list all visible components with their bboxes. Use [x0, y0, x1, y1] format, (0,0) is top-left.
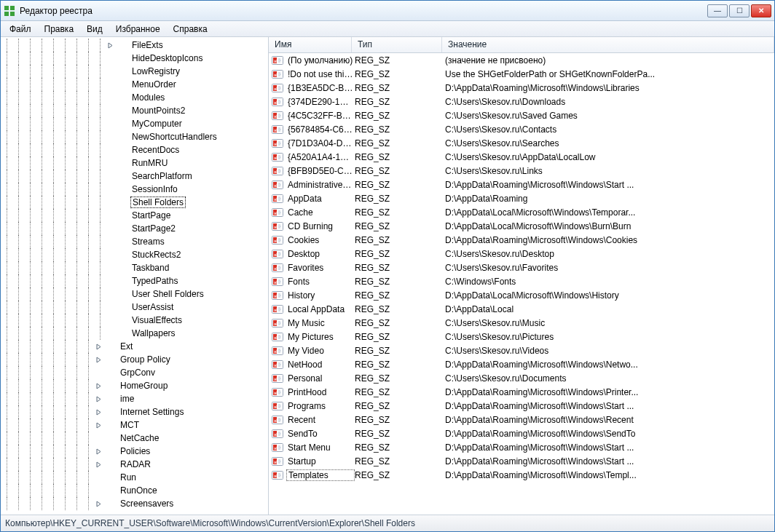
tree-item[interactable]: Ext	[1, 340, 268, 353]
tree-item[interactable]: MountPoints2	[1, 104, 268, 117]
value-type: REG_SZ	[355, 249, 445, 259]
tree-item[interactable]: HideDesktopIcons	[1, 52, 268, 65]
value-row[interactable]: FontsREG_SZC:\Windows\Fonts	[269, 274, 774, 288]
expand-toggle-icon[interactable]	[106, 41, 114, 49]
menu-favorites[interactable]: Избранное	[110, 23, 166, 36]
tree-item[interactable]: User Shell Folders	[1, 287, 268, 301]
column-type[interactable]: Тип	[352, 37, 442, 52]
value-row[interactable]: StartupREG_SZD:\AppData\Roaming\Microsof…	[269, 454, 774, 468]
tree-item[interactable]: StartPage	[1, 209, 268, 222]
tree-item[interactable]: TypedPaths	[1, 274, 268, 287]
expand-toggle-icon[interactable]	[94, 394, 103, 403]
expand-toggle-icon[interactable]	[94, 381, 103, 390]
value-row[interactable]: FavoritesREG_SZC:\Users\Skesov.ru\Favori…	[269, 261, 774, 274]
value-row[interactable]: My MusicREG_SZC:\Users\Skesov.ru\Music	[269, 316, 774, 330]
tree-item-label: UserAssist	[130, 302, 175, 312]
tree-item[interactable]: Screensavers	[1, 497, 268, 510]
tree-item[interactable]: RunMRU	[1, 156, 268, 170]
expand-toggle-icon[interactable]	[94, 342, 103, 351]
value-row[interactable]: ProgramsREG_SZD:\AppData\Roaming\Microso…	[269, 399, 774, 413]
value-row[interactable]: CookiesREG_SZD:\AppData\Roaming\Microsof…	[269, 233, 774, 247]
tree-item[interactable]: MCT	[1, 418, 268, 432]
tree-item[interactable]: ime	[1, 392, 268, 405]
value-row[interactable]: NetHoodREG_SZD:\AppData\Roaming\Microsof…	[269, 357, 774, 371]
menu-edit[interactable]: Правка	[39, 23, 80, 36]
expand-toggle-icon[interactable]	[94, 447, 103, 456]
tree-item[interactable]: MyComputer	[1, 117, 268, 130]
value-row[interactable]: (По умолчанию)REG_SZ(значение не присвое…	[269, 53, 774, 67]
value-list[interactable]: (По умолчанию)REG_SZ(значение не присвое…	[269, 53, 774, 515]
minimize-button[interactable]: —	[707, 4, 728, 17]
expand-toggle-icon[interactable]	[94, 408, 103, 416]
value-row[interactable]: {4C5C32FF-BB9...REG_SZC:\Users\Skesov.ru…	[269, 108, 774, 122]
value-row[interactable]: HistoryREG_SZD:\AppData\Local\Microsoft\…	[269, 288, 774, 302]
tree-item[interactable]: SearchPlatform	[1, 170, 268, 183]
tree-item[interactable]: Taskband	[1, 261, 268, 274]
menu-help[interactable]: Справка	[168, 23, 213, 36]
value-row[interactable]: PersonalREG_SZC:\Users\Skesov.ru\Documen…	[269, 371, 774, 385]
expand-toggle-icon[interactable]	[94, 421, 103, 429]
tree-item[interactable]: MenuOrder	[1, 78, 268, 91]
close-button[interactable]: ✕	[751, 4, 771, 17]
value-name: SendTo	[286, 429, 355, 439]
key-tree[interactable]: FileExtsHideDesktopIconsLowRegistryMenuO…	[1, 37, 269, 515]
value-row[interactable]: {7D1D3A04-DEB...REG_SZC:\Users\Skesov.ru…	[269, 136, 774, 150]
value-row[interactable]: Administrative T...REG_SZD:\AppData\Roam…	[269, 178, 774, 191]
value-row[interactable]: {1B3EA5DC-B58...REG_SZD:\AppData\Roaming…	[269, 81, 774, 95]
tree-item[interactable]: RADAR	[1, 458, 268, 471]
value-data: D:\AppData\Roaming\Microsoft\Windows\Tem…	[445, 470, 774, 480]
value-row[interactable]: DesktopREG_SZC:\Users\Skesov.ru\Desktop	[269, 247, 774, 261]
column-name[interactable]: Имя	[269, 37, 352, 52]
titlebar[interactable]: Редактор реестра — ☐ ✕	[1, 1, 774, 21]
value-row[interactable]: Start MenuREG_SZD:\AppData\Roaming\Micro…	[269, 440, 774, 454]
tree-item[interactable]: Policies	[1, 445, 268, 458]
value-row[interactable]: {56784854-C6CB...REG_SZC:\Users\Skesov.r…	[269, 122, 774, 136]
expand-toggle-icon[interactable]	[94, 355, 103, 364]
string-value-icon	[272, 400, 283, 412]
value-row[interactable]: !Do not use this ...REG_SZUse the SHGetF…	[269, 67, 774, 81]
value-row[interactable]: CacheREG_SZD:\AppData\Local\Microsoft\Wi…	[269, 205, 774, 219]
value-data: D:\AppData\Roaming\Microsoft\Windows\Sen…	[445, 429, 774, 439]
value-row[interactable]: My PicturesREG_SZC:\Users\Skesov.ru\Pict…	[269, 330, 774, 344]
tree-item-label: MenuOrder	[130, 79, 178, 90]
tree-item[interactable]: SessionInfo	[1, 183, 268, 196]
tree-item[interactable]: Group Policy	[1, 353, 268, 366]
tree-item[interactable]: HomeGroup	[1, 379, 268, 392]
string-value-icon	[272, 373, 283, 384]
menu-view[interactable]: Вид	[81, 23, 109, 36]
tree-item[interactable]: VisualEffects	[1, 314, 268, 327]
tree-item[interactable]: RunOnce	[1, 484, 268, 497]
tree-item[interactable]: NetCache	[1, 432, 268, 445]
value-row[interactable]: SendToREG_SZD:\AppData\Roaming\Microsoft…	[269, 426, 774, 440]
value-row[interactable]: AppDataREG_SZD:\AppData\Roaming	[269, 191, 774, 205]
maximize-button[interactable]: ☐	[729, 4, 750, 17]
tree-item[interactable]: StartPage2	[1, 222, 268, 235]
tree-item[interactable]: FileExts	[1, 39, 268, 52]
value-row[interactable]: CD BurningREG_SZD:\AppData\Local\Microso…	[269, 219, 774, 233]
menu-file[interactable]: Файл	[4, 23, 37, 36]
tree-item[interactable]: Shell Folders	[1, 196, 268, 209]
value-row[interactable]: My VideoREG_SZC:\Users\Skesov.ru\Videos	[269, 344, 774, 357]
tree-item[interactable]: Run	[1, 471, 268, 484]
tree-item[interactable]: UserAssist	[1, 301, 268, 314]
tree-item[interactable]: Internet Settings	[1, 405, 268, 418]
tree-item[interactable]: Streams	[1, 235, 268, 248]
value-data: D:\AppData\Roaming\Microsoft\Windows\Sta…	[445, 180, 774, 190]
value-row[interactable]: TemplatesREG_SZD:\AppData\Roaming\Micros…	[269, 468, 774, 482]
tree-item[interactable]: RecentDocs	[1, 143, 268, 156]
expand-toggle-icon[interactable]	[94, 460, 103, 469]
tree-item[interactable]: StuckRects2	[1, 248, 268, 261]
value-row[interactable]: PrintHoodREG_SZD:\AppData\Roaming\Micros…	[269, 385, 774, 399]
value-row[interactable]: {374DE290-123F...REG_SZC:\Users\Skesov.r…	[269, 95, 774, 108]
tree-item[interactable]: Wallpapers	[1, 327, 268, 340]
value-row[interactable]: {BFB9D5E0-C6A...REG_SZC:\Users\Skesov.ru…	[269, 164, 774, 178]
tree-item[interactable]: NewShortcutHandlers	[1, 130, 268, 143]
value-row[interactable]: Local AppDataREG_SZD:\AppData\Local	[269, 302, 774, 316]
tree-item[interactable]: GrpConv	[1, 366, 268, 379]
tree-item[interactable]: LowRegistry	[1, 65, 268, 78]
value-row[interactable]: RecentREG_SZD:\AppData\Roaming\Microsoft…	[269, 413, 774, 426]
column-value[interactable]: Значение	[442, 37, 774, 52]
value-row[interactable]: {A520A1A4-1780...REG_SZC:\Users\Skesov.r…	[269, 150, 774, 164]
expand-toggle-icon[interactable]	[94, 499, 103, 508]
tree-item[interactable]: Modules	[1, 91, 268, 104]
